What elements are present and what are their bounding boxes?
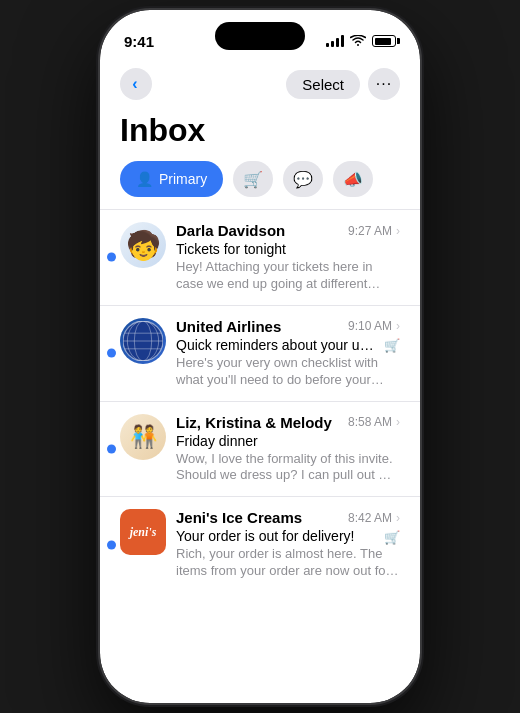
person-icon: 👤 <box>136 171 153 187</box>
battery-icon <box>372 35 396 47</box>
back-button[interactable]: ‹ <box>120 68 152 100</box>
email-content-group: Liz, Kristina & Melody 8:58 AM › Friday … <box>176 414 400 485</box>
tab-primary[interactable]: 👤 Primary <box>120 161 223 197</box>
megaphone-icon: 📣 <box>343 170 363 189</box>
nav-right: Select ··· <box>286 68 400 100</box>
email-subject: Quick reminders about your upcoming... <box>176 337 378 353</box>
email-item-united[interactable]: United Airlines 9:10 AM › Quick reminder… <box>100 305 420 401</box>
chevron-right-icon: › <box>396 319 400 333</box>
unread-indicator <box>107 349 116 358</box>
signal-bars-icon <box>326 35 344 47</box>
email-item-group[interactable]: 🧑‍🤝‍🧑 Liz, Kristina & Melody 8:58 AM › F… <box>100 401 420 497</box>
email-list: 🧒 Darla Davidson 9:27 AM › Tickets for t… <box>100 209 420 703</box>
sender-name: Liz, Kristina & Melody <box>176 414 332 431</box>
screen: 9:41 <box>100 10 420 703</box>
wifi-icon <box>350 35 366 47</box>
more-button[interactable]: ··· <box>368 68 400 100</box>
email-time: 9:10 AM <box>348 319 392 333</box>
avatar-jenis: jeni's <box>120 509 166 555</box>
email-time: 8:58 AM <box>348 415 392 429</box>
email-subject: Tickets for tonight <box>176 241 400 257</box>
shopping-cart-icon: 🛒 <box>243 170 263 189</box>
email-content-darla: Darla Davidson 9:27 AM › Tickets for ton… <box>176 222 400 293</box>
email-item-darla[interactable]: 🧒 Darla Davidson 9:27 AM › Tickets for t… <box>100 209 420 305</box>
filter-tabs: 👤 Primary 🛒 💬 📣 <box>100 161 420 209</box>
page-title: Inbox <box>100 108 420 161</box>
email-subject: Friday dinner <box>176 433 400 449</box>
email-preview: Here's your very own checklist with what… <box>176 355 400 389</box>
avatar-darla: 🧒 <box>120 222 166 268</box>
tab-social[interactable]: 💬 <box>283 161 323 197</box>
chevron-right-icon: › <box>396 224 400 238</box>
status-time: 9:41 <box>124 33 154 50</box>
back-chevron-icon: ‹ <box>132 75 137 93</box>
avatar-united <box>120 318 166 364</box>
nav-bar: ‹ Select ··· <box>100 64 420 108</box>
tab-shopping[interactable]: 🛒 <box>233 161 273 197</box>
phone-frame: 9:41 <box>100 10 420 703</box>
chevron-right-icon: › <box>396 415 400 429</box>
tab-promotions[interactable]: 📣 <box>333 161 373 197</box>
shopping-tag-icon: 🛒 <box>384 530 400 545</box>
select-button[interactable]: Select <box>286 70 360 99</box>
status-icons <box>326 35 396 47</box>
email-time: 9:27 AM <box>348 224 392 238</box>
chat-icon: 💬 <box>293 170 313 189</box>
dynamic-island <box>215 22 305 50</box>
unread-indicator <box>107 540 116 549</box>
avatar-group: 🧑‍🤝‍🧑 <box>120 414 166 460</box>
email-time: 8:42 AM <box>348 511 392 525</box>
tab-primary-label: Primary <box>159 171 207 187</box>
email-subject: Your order is out for delivery! <box>176 528 378 544</box>
shopping-tag-icon: 🛒 <box>384 338 400 353</box>
email-preview: Hey! Attaching your tickets here in case… <box>176 259 400 293</box>
email-preview: Rich, your order is almost here. The ite… <box>176 546 400 580</box>
unread-indicator <box>107 444 116 453</box>
sender-name: Jeni's Ice Creams <box>176 509 302 526</box>
email-content-united: United Airlines 9:10 AM › Quick reminder… <box>176 318 400 389</box>
united-airlines-globe-icon <box>123 321 163 361</box>
sender-name: Darla Davidson <box>176 222 285 239</box>
jenis-logo-text: jeni's <box>130 526 157 539</box>
more-dots-icon: ··· <box>376 75 392 93</box>
email-preview: Wow, I love the formality of this invite… <box>176 451 400 485</box>
chevron-right-icon: › <box>396 511 400 525</box>
email-content-jenis: Jeni's Ice Creams 8:42 AM › Your order i… <box>176 509 400 580</box>
email-item-jenis[interactable]: jeni's Jeni's Ice Creams 8:42 AM › Your … <box>100 496 420 592</box>
unread-indicator <box>107 253 116 262</box>
sender-name: United Airlines <box>176 318 281 335</box>
